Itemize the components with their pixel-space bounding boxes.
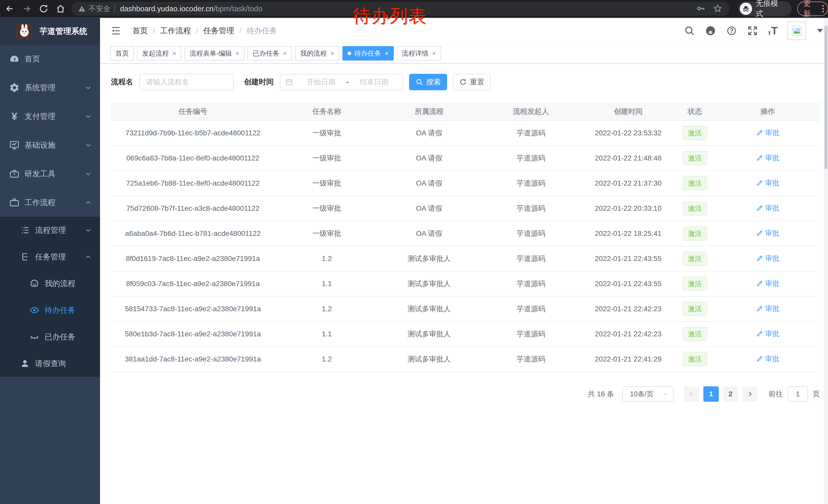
avatar[interactable] xyxy=(787,21,806,40)
approve-button[interactable]: 审批 xyxy=(756,128,780,138)
browser-reload-icon[interactable] xyxy=(38,4,49,14)
approve-button[interactable]: 审批 xyxy=(756,178,780,188)
tab-todo-tasks[interactable]: 待办任务× xyxy=(342,46,394,60)
goto-page-input[interactable]: 1 xyxy=(787,386,808,402)
sidebar-item-process-management[interactable]: 流程管理 xyxy=(0,217,100,243)
tab-home[interactable]: 首页 xyxy=(110,46,134,60)
browser-forward-icon[interactable] xyxy=(22,4,32,14)
chevron-down-icon xyxy=(84,170,92,178)
action-cell: 审批 xyxy=(716,196,820,221)
sidebar-item-home[interactable]: 首页 xyxy=(0,45,100,73)
status-cell: 激活 xyxy=(674,146,716,171)
sidebar-fold-icon[interactable] xyxy=(110,25,122,36)
search-button[interactable]: 搜索 xyxy=(409,74,447,90)
main-area: 首页 / 工作流程 / 任务管理 / 待办任务 xyxy=(100,18,828,504)
sidebar-item-payment[interactable]: ¥ 支付管理 xyxy=(0,102,100,131)
breadcrumb-task-management[interactable]: 任务管理 xyxy=(203,26,234,36)
close-icon[interactable]: × xyxy=(283,50,287,57)
tab-start-process[interactable]: 发起流程× xyxy=(137,46,181,60)
tab-form-edit[interactable]: 流程表单-编辑× xyxy=(184,46,244,60)
browser-menu-icon[interactable] xyxy=(822,5,824,12)
app-header: 首页 / 工作流程 / 任务管理 / 待办任务 xyxy=(100,18,828,44)
process-name-input[interactable]: 请输入流程名 xyxy=(139,74,234,90)
sidebar-item-infrastructure[interactable]: 基础设施 xyxy=(0,131,100,159)
address-bar[interactable]: 不安全 dashboard.yudao.iocoder.cn /bpm/task… xyxy=(71,2,730,16)
app-title: 芋道管理系统 xyxy=(40,26,87,37)
task-id-cell: 73211d9d-7b9b-11ec-b5b7-acde48001122 xyxy=(111,121,275,146)
search-icon[interactable] xyxy=(684,25,695,36)
edit-pencil-icon xyxy=(756,204,763,212)
create-time-cell: 2022-01-22 23:53:32 xyxy=(582,121,674,146)
scrollbar-thumb[interactable] xyxy=(824,26,827,169)
sidebar-item-devtools[interactable]: 研发工具 xyxy=(0,159,100,188)
page-button-1[interactable]: 1 xyxy=(703,386,719,402)
approve-button[interactable]: 审批 xyxy=(756,304,780,314)
sidebar-item-system[interactable]: 系统管理 xyxy=(0,73,100,102)
avatar-dropdown-caret[interactable] xyxy=(817,29,823,33)
goto-page: 前往 1 页 xyxy=(769,386,820,402)
edit-pencil-icon xyxy=(756,230,763,237)
tab-my-process[interactable]: 我的流程× xyxy=(295,46,339,60)
page-button-2[interactable]: 2 xyxy=(723,386,738,402)
breadcrumb-workflow[interactable]: 工作流程 xyxy=(160,26,191,36)
fullscreen-icon[interactable] xyxy=(747,25,758,36)
column-process: 所属流程 xyxy=(379,102,480,121)
close-icon[interactable]: × xyxy=(384,50,388,57)
chevron-up-icon xyxy=(84,198,92,207)
pagination: 共 16 条 10条/页 1 2 xyxy=(111,386,820,402)
table-row: 8f059c03-7ac8-11ec-a9e2-a2380e71991a 1.1… xyxy=(111,271,820,296)
tab-process-detail[interactable]: 流程详情× xyxy=(397,46,441,60)
todo-task-table: 任务编号 任务名称 所属流程 流程发起人 创建时间 状态 操作 xyxy=(111,102,820,372)
logo-image xyxy=(16,23,32,40)
logo-row[interactable]: 芋道管理系统 xyxy=(0,18,100,45)
sidebar-item-workflow[interactable]: 工作流程 xyxy=(0,188,100,217)
process-cell: 测试多审批人 xyxy=(379,321,480,347)
sidebar-item-done-tasks[interactable]: 已办任务 xyxy=(0,324,100,350)
approve-button[interactable]: 审批 xyxy=(756,354,780,364)
close-icon[interactable]: × xyxy=(172,50,176,57)
close-icon[interactable]: × xyxy=(236,50,239,57)
approve-button[interactable]: 审批 xyxy=(756,228,780,238)
prev-page-button[interactable] xyxy=(684,386,699,402)
page-size-select[interactable]: 10条/页 xyxy=(622,386,673,402)
approve-button[interactable]: 审批 xyxy=(756,329,780,339)
approve-button[interactable]: 审批 xyxy=(756,153,780,163)
date-range-picker[interactable]: 开始日期 - 结束日期 xyxy=(280,74,403,90)
approve-button[interactable]: 审批 xyxy=(756,279,780,288)
font-size-icon[interactable]: тT xyxy=(768,26,778,36)
password-key-icon[interactable] xyxy=(696,4,706,13)
approve-button[interactable]: 审批 xyxy=(756,254,780,263)
browser-home-icon[interactable] xyxy=(55,4,66,14)
calendar-icon xyxy=(285,78,293,86)
status-badge: 激活 xyxy=(682,176,707,190)
close-icon[interactable]: × xyxy=(330,50,334,57)
update-button[interactable]: 更新 xyxy=(797,2,828,16)
column-create-time: 创建时间 xyxy=(582,102,674,121)
total-count: 共 16 条 xyxy=(588,389,614,399)
next-page-button[interactable] xyxy=(742,386,758,402)
action-cell: 审批 xyxy=(716,296,820,321)
starter-cell: 芋道源码 xyxy=(480,171,582,196)
task-name-cell: 1.1 xyxy=(275,271,379,296)
task-id-cell: 58154733-7ac8-11ec-a9e2-a2380e71991a xyxy=(111,296,275,321)
sidebar-item-my-process[interactable]: 我的流程 xyxy=(0,270,100,297)
help-icon[interactable] xyxy=(726,25,737,36)
github-icon[interactable] xyxy=(705,25,716,36)
sidebar-item-task-management[interactable]: 任务管理 xyxy=(0,243,100,270)
breadcrumb-home[interactable]: 首页 xyxy=(132,26,148,36)
process-cell: OA 请假 xyxy=(379,146,480,171)
action-cell: 审批 xyxy=(716,347,820,372)
page-scrollbar[interactable] xyxy=(824,18,828,504)
status-cell: 激活 xyxy=(674,246,716,271)
bookmark-star-icon[interactable] xyxy=(713,4,723,13)
task-id-cell: 8f059c03-7ac8-11ec-a9e2-a2380e71991a xyxy=(111,271,275,296)
incognito-badge: 无痕模式 xyxy=(738,1,792,16)
close-icon[interactable]: × xyxy=(432,50,436,57)
status-cell: 激活 xyxy=(674,271,716,296)
tab-done-tasks[interactable]: 已办任务× xyxy=(248,46,292,60)
approve-button[interactable]: 审批 xyxy=(756,203,780,213)
reset-button[interactable]: 重置 xyxy=(453,74,491,90)
sidebar-item-leave-query[interactable]: 请假查询 xyxy=(0,350,100,377)
browser-back-icon[interactable] xyxy=(5,4,15,14)
sidebar-item-todo-tasks[interactable]: 待办任务 xyxy=(0,297,100,324)
